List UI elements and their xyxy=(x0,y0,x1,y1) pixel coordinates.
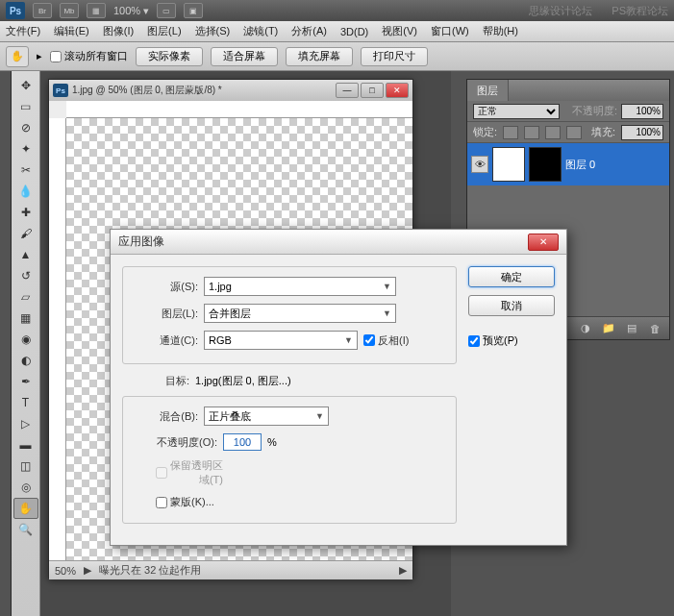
chevron-down-icon: ▼ xyxy=(383,308,391,318)
preview-checkbox[interactable]: 预览(P) xyxy=(468,333,555,348)
type-tool[interactable]: T xyxy=(13,392,38,413)
bridge-icon[interactable]: Br xyxy=(33,3,52,18)
minimize-button[interactable]: — xyxy=(336,83,359,98)
trash-icon[interactable]: 🗑 xyxy=(646,321,663,336)
stamp-tool[interactable]: ▲ xyxy=(13,244,38,265)
mask-label: 蒙版(K)... xyxy=(170,495,214,509)
source-select[interactable]: 1.jpg▼ xyxy=(204,277,396,296)
mask-thumbnail[interactable] xyxy=(529,147,562,182)
menu-view[interactable]: 视图(V) xyxy=(382,24,417,38)
crop-tool[interactable]: ✂ xyxy=(13,160,38,181)
blur-tool[interactable]: ◉ xyxy=(13,329,38,350)
history-brush-tool[interactable]: ↺ xyxy=(13,265,38,286)
blend-mode-select[interactable]: 正常 xyxy=(473,104,560,119)
minibridge-icon[interactable]: Mb xyxy=(60,3,79,18)
invert-input[interactable] xyxy=(363,334,375,346)
visibility-eye-icon[interactable]: 👁 xyxy=(471,156,488,173)
fit-screen-button[interactable]: 适合屏幕 xyxy=(211,47,278,66)
scroll-all-input[interactable] xyxy=(50,51,62,62)
document-title: 1.jpg @ 50% (图层 0, 图层蒙版/8) * xyxy=(72,84,332,97)
hand-tool[interactable]: ✋ xyxy=(13,498,38,519)
actual-pixels-button[interactable]: 实际像素 xyxy=(136,47,203,66)
lock-all-icon[interactable] xyxy=(566,126,582,139)
menu-layer[interactable]: 图层(L) xyxy=(147,24,181,38)
menu-analysis[interactable]: 分析(A) xyxy=(291,24,327,38)
shape-tool[interactable]: ▬ xyxy=(13,434,38,456)
folder-icon[interactable]: 📁 xyxy=(600,321,617,336)
wand-tool[interactable]: ✦ xyxy=(13,138,38,160)
status-zoom[interactable]: 50% xyxy=(55,565,76,577)
dialog-close-button[interactable]: ✕ xyxy=(528,234,559,251)
lock-pixels-icon[interactable] xyxy=(524,126,539,139)
menu-help[interactable]: 帮助(H) xyxy=(483,24,518,38)
layer-item[interactable]: 👁 图层 0 xyxy=(467,143,669,185)
3d-tool[interactable]: ◫ xyxy=(13,456,38,477)
ok-button[interactable]: 确定 xyxy=(468,266,555,287)
close-button[interactable]: ✕ xyxy=(386,83,409,98)
hand-tool-icon[interactable]: ✋ xyxy=(6,46,29,67)
invert-checkbox[interactable]: 反相(I) xyxy=(363,333,431,348)
layer-name[interactable]: 图层 0 xyxy=(565,158,595,172)
target-label: 目标: xyxy=(122,374,189,388)
pen-tool[interactable]: ✒ xyxy=(13,371,38,392)
eyedropper-tool[interactable]: 💧 xyxy=(13,181,38,202)
channel-select[interactable]: RGB▼ xyxy=(204,331,358,350)
chevron-down-icon: ▼ xyxy=(383,282,391,291)
preserve-transparency-checkbox[interactable]: 保留透明区域(T) xyxy=(156,458,223,487)
arrange-icon[interactable]: ▭ xyxy=(157,3,176,18)
scroll-all-checkbox[interactable]: 滚动所有窗口 xyxy=(50,49,128,63)
zoom-tool[interactable]: 🔍 xyxy=(13,519,38,540)
opacity-input[interactable] xyxy=(223,433,262,451)
menu-select[interactable]: 选择(S) xyxy=(195,24,231,38)
new-layer-icon[interactable]: ▤ xyxy=(623,321,640,336)
menu-filter[interactable]: 滤镜(T) xyxy=(243,24,278,38)
blend-select[interactable]: 正片叠底▼ xyxy=(204,407,329,426)
fill-input[interactable] xyxy=(621,125,663,140)
print-size-button[interactable]: 打印尺寸 xyxy=(361,47,428,66)
zoom-level[interactable]: 100% ▾ xyxy=(113,5,149,17)
doc-ps-icon: Ps xyxy=(53,84,68,97)
menu-edit[interactable]: 编辑(E) xyxy=(54,24,89,38)
brand-text-1: 思缘设计论坛 xyxy=(529,4,592,18)
menu-3d[interactable]: 3D(D) xyxy=(340,26,368,37)
camera-tool[interactable]: ◎ xyxy=(13,477,38,498)
opacity-input[interactable] xyxy=(621,104,663,119)
channel-label: 通道(C): xyxy=(131,333,198,348)
adjustment-icon[interactable]: ◑ xyxy=(577,321,594,336)
left-dock-strip xyxy=(0,71,12,616)
dialog-titlebar[interactable]: 应用图像 ✕ xyxy=(111,230,566,255)
lock-transparency-icon[interactable] xyxy=(503,126,518,139)
screen-mode-icon[interactable]: ▣ xyxy=(184,3,203,18)
fill-screen-button[interactable]: 填充屏幕 xyxy=(286,47,353,66)
dodge-tool[interactable]: ◐ xyxy=(13,350,38,371)
gradient-tool[interactable]: ▦ xyxy=(13,308,38,329)
cancel-button[interactable]: 取消 xyxy=(468,295,555,316)
opacity-label: 不透明度: xyxy=(572,104,617,118)
path-tool[interactable]: ▷ xyxy=(13,413,38,434)
menu-file[interactable]: 文件(F) xyxy=(6,24,40,38)
lasso-tool[interactable]: ⊘ xyxy=(13,117,38,138)
move-tool[interactable]: ✥ xyxy=(13,75,38,96)
eraser-tool[interactable]: ▱ xyxy=(13,286,38,308)
chevron-right-icon[interactable]: ▶ xyxy=(399,564,407,577)
layer-thumbnail[interactable] xyxy=(492,147,525,182)
ruler-vertical xyxy=(49,118,66,560)
view-extras-icon[interactable]: ▦ xyxy=(87,3,106,18)
lock-position-icon[interactable] xyxy=(545,126,561,139)
tab-layers[interactable]: 图层 xyxy=(467,80,509,101)
mask-input[interactable] xyxy=(156,497,167,508)
layer-select[interactable]: 合并图层▼ xyxy=(204,304,396,323)
document-titlebar[interactable]: Ps 1.jpg @ 50% (图层 0, 图层蒙版/8) * — □ ✕ xyxy=(49,80,412,101)
chevron-right-icon[interactable]: ▶ xyxy=(84,564,91,577)
preview-input[interactable] xyxy=(468,335,480,347)
brush-tool[interactable]: 🖌 xyxy=(13,223,38,244)
maximize-button[interactable]: □ xyxy=(361,83,384,98)
marquee-tool[interactable]: ▭ xyxy=(13,96,38,117)
healing-tool[interactable]: ✚ xyxy=(13,202,38,223)
menu-window[interactable]: 窗口(W) xyxy=(431,24,469,38)
options-bar: ✋ ▸ 滚动所有窗口 实际像素 适合屏幕 填充屏幕 打印尺寸 xyxy=(0,42,674,71)
chevron-down-icon: ▼ xyxy=(344,335,353,345)
menu-image[interactable]: 图像(I) xyxy=(103,24,134,38)
layer-label: 图层(L): xyxy=(131,307,198,321)
mask-checkbox[interactable]: 蒙版(K)... xyxy=(156,495,223,509)
